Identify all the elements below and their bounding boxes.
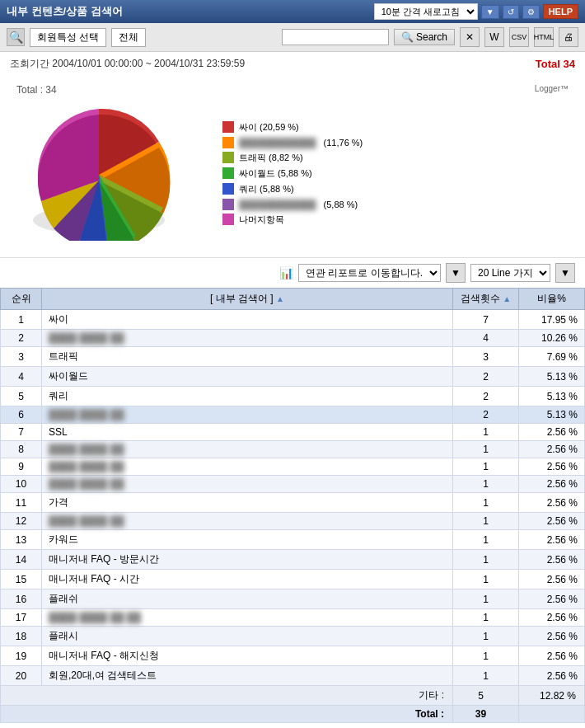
legend-label-6: (5,88 %) — [321, 200, 358, 209]
cell-count: 1 — [453, 458, 519, 476]
chart-icon: 📊 — [279, 266, 293, 279]
table-row: 6████ ████ ██25.13 % — [1, 406, 585, 424]
cell-count: 1 — [453, 666, 519, 686]
legend-label-6-blurred: ████████████ — [239, 200, 316, 209]
search-input[interactable] — [282, 29, 389, 45]
pie-chart — [16, 101, 198, 249]
logger-badge: Logger™ — [535, 84, 569, 93]
legend-label-4: 싸이월드 (5,88 %) — [239, 167, 312, 180]
cell-search-term: ████ ████ ██ — [42, 458, 453, 476]
interval-select[interactable]: 10분 간격 새로고침 — [374, 3, 478, 20]
export-icon-button[interactable]: ✕ — [460, 27, 480, 47]
legend-color-3 — [222, 152, 234, 163]
footer-label: 기타 : — [1, 686, 453, 706]
table-row: 9████ ████ ██12.56 % — [1, 458, 585, 476]
word-button[interactable]: W — [484, 27, 504, 47]
legend-label-3: 트래픽 (8,82 %) — [239, 152, 303, 164]
header: 내부 컨텐츠/상품 검색어 10분 간격 새로고침 ▼ ↺ ⚙ HELP — [0, 0, 585, 23]
cell-count: 1 — [453, 530, 519, 550]
total-count: 39 — [453, 706, 519, 723]
cell-count: 1 — [453, 589, 519, 609]
cell-search-term: ████ ████ ██ ██ — [42, 609, 453, 627]
col-header-rate: 비율% — [519, 289, 585, 310]
cell-rate: 2.56 % — [519, 441, 585, 458]
refresh-down-button[interactable]: ▼ — [481, 5, 499, 19]
cell-search-term: SSL — [42, 424, 453, 441]
search-icon: 🔍 — [401, 31, 414, 43]
sort-icon[interactable]: ▲ — [276, 294, 284, 303]
cell-count: 1 — [453, 513, 519, 530]
count-sort-icon[interactable]: ▲ — [503, 294, 511, 303]
legend-item-6: ████████████ (5,88 %) — [222, 199, 363, 210]
cell-search-term: 카워드 — [42, 530, 453, 550]
table-row: 3트래픽37.69 % — [1, 347, 585, 367]
legend-color-4 — [222, 167, 234, 179]
cell-rank: 20 — [1, 666, 42, 686]
cell-rank: 8 — [1, 441, 42, 458]
settings-button[interactable]: ⚙ — [522, 5, 540, 19]
col-header-count: 검색횟수 ▲ — [453, 289, 519, 310]
cell-rate: 2.56 % — [519, 424, 585, 441]
cell-search-term: 회원,20대,여 검색테스트 — [42, 666, 453, 686]
search-icon-button[interactable]: 🔍 — [7, 28, 25, 46]
total-label: Total : — [1, 706, 453, 723]
footer-rate: 12.82 % — [519, 686, 585, 706]
table-row: 13카워드12.56 % — [1, 530, 585, 550]
legend-label-1: 싸이 (20,59 %) — [239, 121, 299, 134]
blurred-term: ████ ████ ██ — [49, 332, 124, 344]
cell-search-term: ████ ████ ██ — [42, 513, 453, 530]
table-row: 8████ ████ ██12.56 % — [1, 441, 585, 458]
chart-legend: 싸이 (20,59 %) ████████████ (11,76 %) 트래픽 … — [222, 121, 363, 229]
cell-rank: 3 — [1, 347, 42, 367]
cell-rate: 5.13 % — [519, 367, 585, 387]
member-filter-button[interactable]: 회원특성 선택 — [30, 28, 106, 47]
legend-item-7: 나머지항목 — [222, 214, 363, 226]
cell-count: 4 — [453, 330, 519, 347]
csv-button[interactable]: CSV — [509, 27, 529, 47]
cell-search-term: 가격 — [42, 493, 453, 513]
help-button[interactable]: HELP — [543, 4, 578, 19]
cell-search-term: 플래시 — [42, 627, 453, 646]
legend-label-2: (11,76 %) — [321, 138, 363, 148]
cell-count: 2 — [453, 387, 519, 406]
cell-rate: 2.56 % — [519, 627, 585, 646]
table-row: 2████ ████ ██410.26 % — [1, 330, 585, 347]
total-rate — [519, 706, 585, 723]
cell-rank: 15 — [1, 570, 42, 589]
cell-search-term: ████ ████ ██ — [42, 441, 453, 458]
cell-rate: 2.56 % — [519, 476, 585, 493]
cell-rate: 2.56 % — [519, 570, 585, 589]
cell-rank: 2 — [1, 330, 42, 347]
cell-rank: 10 — [1, 476, 42, 493]
blurred-term: ████ ████ ██ — [49, 409, 124, 420]
search-button[interactable]: 🔍 Search — [394, 29, 455, 45]
legend-label-7: 나머지항목 — [239, 214, 284, 226]
report-nav-arrow[interactable]: ▼ — [446, 263, 466, 283]
cell-rank: 5 — [1, 387, 42, 406]
cell-rank: 11 — [1, 493, 42, 513]
legend-color-6 — [222, 199, 234, 210]
cell-rate: 2.56 % — [519, 666, 585, 686]
table-row: 18플래시12.56 % — [1, 627, 585, 646]
line-select[interactable]: 20 Line 가지 — [470, 264, 550, 282]
blurred-term: ████ ████ ██ — [49, 444, 124, 455]
header-controls: 10분 간격 새로고침 ▼ ↺ ⚙ HELP — [374, 3, 578, 20]
cell-search-term: 싸이 — [42, 310, 453, 330]
html-button[interactable]: HTML — [534, 27, 554, 47]
cell-rate: 5.13 % — [519, 406, 585, 424]
legend-label-5: 쿼리 (5,88 %) — [239, 183, 294, 195]
cell-count: 2 — [453, 406, 519, 424]
cell-count: 1 — [453, 441, 519, 458]
table-row: 11가격12.56 % — [1, 493, 585, 513]
table-row: 4싸이월드25.13 % — [1, 367, 585, 387]
refresh-button[interactable]: ↺ — [503, 5, 519, 19]
report-select[interactable]: 연관 리포트로 이동합니다. — [298, 264, 441, 282]
all-filter-button[interactable]: 전체 — [111, 28, 146, 47]
legend-color-1 — [222, 121, 234, 133]
col-header-rank: 순위 — [1, 289, 42, 310]
date-range-label: 조회기간 2004/10/01 00:00:00 ~ 2004/10/31 23… — [10, 57, 245, 71]
line-select-arrow[interactable]: ▼ — [555, 263, 575, 283]
total-row: Total : 39 — [1, 706, 585, 723]
print-button[interactable]: 🖨 — [559, 27, 578, 47]
legend-label-2-blurred: ████████████ — [239, 138, 316, 148]
